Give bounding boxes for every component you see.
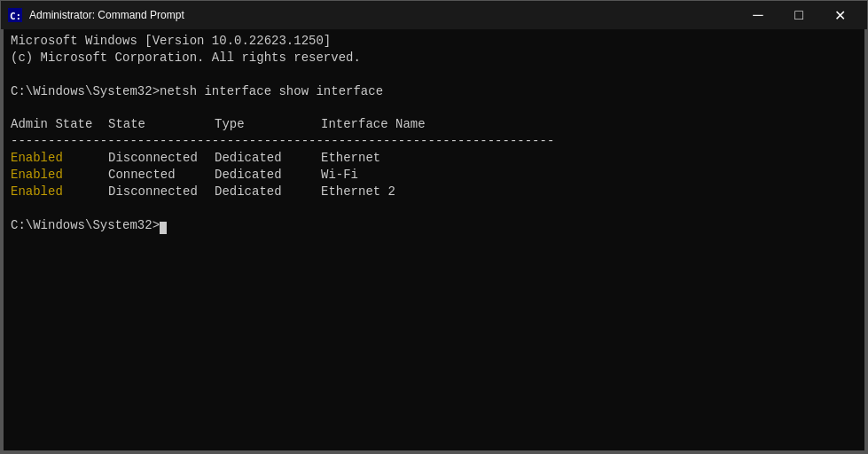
title-bar-text: Administrator: Command Prompt	[29, 9, 738, 21]
blank-line-1	[11, 67, 857, 83]
copyright-line: (c) Microsoft Corporation. All rights re…	[11, 50, 857, 67]
row2-type: Dedicated	[215, 184, 321, 200]
row1-state: Connected	[108, 167, 215, 184]
row0-name: Ethernet	[321, 150, 380, 167]
blank-line-3	[11, 200, 857, 217]
row0-state: Disconnected	[108, 150, 215, 167]
header-state: State	[108, 116, 215, 133]
title-bar-controls: ─ □ ✕	[738, 1, 860, 29]
title-bar: C: Administrator: Command Prompt ─ □ ✕	[1, 1, 867, 29]
row2-name: Ethernet 2	[321, 184, 395, 200]
separator: ----------------------------------------…	[11, 133, 857, 150]
command-line: C:\Windows\System32>netsh interface show…	[11, 83, 857, 100]
row1-type: Dedicated	[215, 167, 321, 184]
row2-state: Disconnected	[108, 184, 215, 200]
header-type: Type	[215, 116, 321, 133]
console-area[interactable]: Microsoft Windows [Version 10.0.22623.12…	[1, 29, 867, 453]
table-header: Admin StateStateTypeInterface Name	[11, 116, 857, 133]
prompt-line: C:\Windows\System32>	[11, 217, 857, 234]
row1-name: Wi-Fi	[321, 167, 358, 184]
header-name: Interface Name	[321, 117, 426, 131]
version-line: Microsoft Windows [Version 10.0.22623.12…	[11, 33, 857, 50]
cmd-icon: C:	[8, 8, 22, 22]
cursor	[160, 222, 167, 234]
table-row-1: EnabledConnectedDedicatedWi-Fi	[11, 167, 857, 184]
minimize-button[interactable]: ─	[738, 1, 778, 29]
row2-admin: Enabled	[11, 184, 108, 200]
maximize-button[interactable]: □	[778, 1, 819, 29]
row0-admin: Enabled	[11, 150, 108, 167]
row0-type: Dedicated	[215, 150, 321, 167]
row1-admin: Enabled	[11, 167, 108, 184]
header-admin: Admin State	[11, 116, 108, 133]
cmd-window: C: Administrator: Command Prompt ─ □ ✕ M…	[0, 0, 868, 454]
prompt-text: C:\Windows\System32>	[11, 218, 160, 232]
blank-line-2	[11, 100, 857, 117]
table-row-0: EnabledDisconnectedDedicatedEthernet	[11, 150, 857, 167]
svg-text:C:: C:	[10, 11, 21, 22]
close-button[interactable]: ✕	[819, 1, 860, 29]
table-row-2: EnabledDisconnectedDedicatedEthernet 2	[11, 184, 857, 200]
